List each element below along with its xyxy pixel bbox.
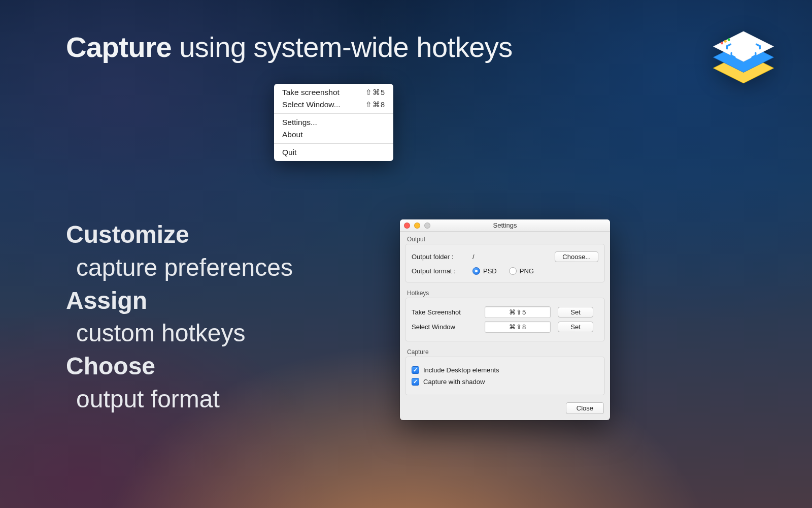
radio-icon [509,267,517,275]
radio-png-label: PNG [520,267,534,275]
status-menu: Take screenshot ⇧⌘5 Select Window... ⇧⌘8… [274,84,393,161]
menu-item-settings[interactable]: Settings... [274,116,393,129]
menu-item-shortcut: ⇧⌘8 [365,101,385,109]
menu-item-about[interactable]: About [274,129,393,141]
menu-item-label: Take screenshot [282,88,340,97]
checkbox-capture-shadow[interactable]: Capture with shadow [412,378,598,386]
svg-point-7 [724,40,727,43]
feature-3-sub: output format [66,383,293,416]
checkbox-icon [412,378,419,386]
menu-item-label: About [282,130,303,139]
menu-item-select-window[interactable]: Select Window... ⇧⌘8 [274,99,393,111]
hotkey-select-window-label: Select Window [412,323,478,331]
svg-point-6 [721,42,723,44]
menu-item-shortcut: ⇧⌘5 [365,88,385,97]
hotkey-take-screenshot-label: Take Screenshot [412,308,478,316]
hotkeys-group: Take Screenshot ⌘⇧5 Set Select Window ⌘⇧… [405,298,605,341]
hotkey-select-window-set-button[interactable]: Set [558,322,593,332]
menu-item-label: Settings... [282,118,317,127]
menu-separator [274,143,393,144]
checkbox-include-desktop-label: Include Desktop elements [423,366,499,374]
close-button[interactable]: Close [566,402,604,414]
settings-window: Settings Output Output folder : / Choose… [400,219,610,420]
hotkey-take-screenshot-set-button[interactable]: Set [558,307,593,318]
output-format-label: Output format : [412,267,467,275]
radio-psd-label: PSD [483,267,497,275]
menu-item-label: Select Window... [282,100,341,109]
menu-separator [274,113,393,114]
output-folder-label: Output folder : [412,253,467,261]
app-icon [700,16,787,103]
feature-2-strong: Assign [66,284,293,318]
radio-png[interactable]: PNG [509,267,534,275]
menu-item-quit[interactable]: Quit [274,146,393,158]
headline-rest: using system-wide hotkeys [172,31,513,63]
radio-psd[interactable]: PSD [472,267,497,275]
feature-3-strong: Choose [66,350,293,383]
headline-strong: Capture [66,31,172,63]
checkbox-icon [412,366,419,374]
output-group: Output folder : / Choose... Output forma… [405,244,605,282]
capture-group: Include Desktop elements Capture with sh… [405,357,605,395]
hotkey-select-window-field[interactable]: ⌘⇧8 [485,321,551,333]
hotkey-take-screenshot-field[interactable]: ⌘⇧5 [485,306,551,318]
menu-item-label: Quit [282,148,296,157]
checkbox-capture-shadow-label: Capture with shadow [423,378,485,386]
section-label-hotkeys: Hotkeys [400,285,610,298]
checkbox-include-desktop[interactable]: Include Desktop elements [412,366,598,374]
titlebar[interactable]: Settings [400,219,610,232]
feature-list: Customize capture preferences Assign cus… [66,218,293,416]
choose-folder-button[interactable]: Choose... [555,251,598,262]
section-label-output: Output [400,232,610,244]
feature-1-strong: Customize [66,218,293,251]
section-label-capture: Capture [400,344,610,357]
radio-icon [472,267,480,275]
feature-2-sub: custom hotkeys [66,317,293,350]
window-title: Settings [400,221,610,229]
menu-item-take-screenshot[interactable]: Take screenshot ⇧⌘5 [274,86,393,99]
feature-1-sub: capture preferences [66,251,293,284]
svg-point-8 [728,38,730,41]
headline: Capture using system-wide hotkeys [66,30,513,64]
output-folder-value: / [472,253,475,261]
